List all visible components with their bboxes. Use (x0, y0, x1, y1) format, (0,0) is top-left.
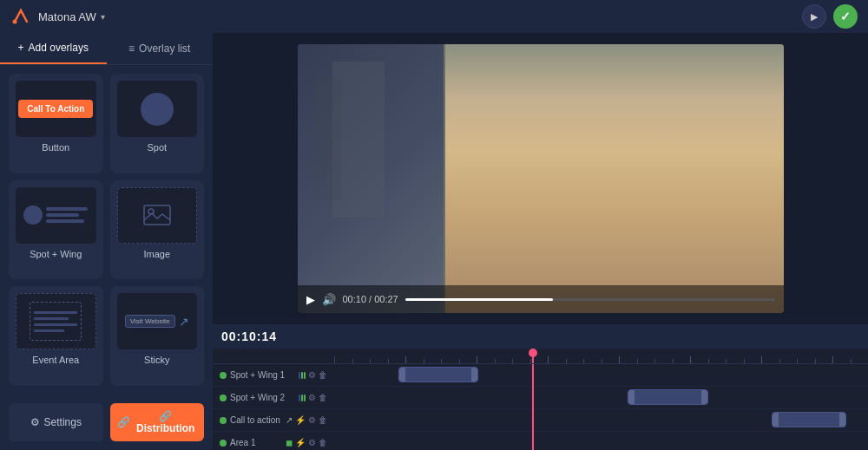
overlay-button[interactable]: Call To Action Button (9, 74, 103, 173)
tab-overlay-list[interactable]: ≡ Overlay list (107, 33, 214, 64)
brand-name: Matona AW (38, 10, 96, 23)
track-icons: ↗ ⚡ ⚙ 🗑 (286, 415, 327, 425)
distribution-label: 🔗 Distribution (135, 410, 198, 434)
tab-add-overlays[interactable]: + Add overlays (0, 33, 107, 64)
track-area-3 (334, 409, 868, 431)
video-progress-fill (405, 298, 553, 301)
track-area-2 (334, 387, 868, 408)
track-label-area-1: Area 1 ◼ ⚡ ⚙ 🗑 (213, 438, 334, 447)
plus-icon: + (18, 42, 24, 54)
track-active-icon[interactable]: ⚡ (295, 438, 306, 447)
video-container: ▶ 🔊 00:10 / 00:27 (213, 33, 868, 324)
track-row-spot-wing-2: Spot + Wing 2 ⚙ 🗑 (213, 387, 868, 409)
track-settings-icon[interactable]: ⚙ (308, 370, 316, 380)
list-icon: ≡ (128, 42, 135, 55)
track-row-spot-wing-1: Spot + Wing 1 ⚙ 🗑 (213, 364, 868, 387)
overlay-spot-wing-label: Spot + Wing (30, 249, 82, 259)
overlays-grid: Call To Action Button Spot (0, 65, 213, 395)
video-volume-button[interactable]: 🔊 (322, 293, 336, 306)
track-name: Call to action (230, 415, 280, 425)
overlay-image-label: Image (143, 249, 170, 259)
track-row-area-1: Area 1 ◼ ⚡ ⚙ 🗑 (213, 432, 868, 450)
ruler-playhead (532, 349, 534, 363)
svg-rect-1 (144, 205, 170, 225)
video-progress-bar[interactable] (405, 298, 775, 301)
overlay-event-area-label: Event Area (32, 355, 79, 365)
track-bars (299, 372, 306, 379)
track-delete-icon[interactable]: 🗑 (319, 415, 327, 425)
track-bars (299, 395, 306, 401)
settings-label: Settings (44, 416, 82, 428)
video-subject (444, 44, 784, 313)
track-clip-3[interactable] (772, 412, 846, 427)
track-settings-icon[interactable]: ⚙ (308, 438, 316, 447)
confirm-button[interactable]: ✓ (833, 4, 858, 29)
ruler-ticks (334, 349, 868, 363)
track-settings-icon[interactable]: ⚙ (308, 415, 316, 425)
track-settings-icon[interactable]: ⚙ (308, 393, 316, 402)
track-name: Spot + Wing 1 (230, 370, 285, 380)
video-time-display: 00:10 / 00:27 (343, 294, 398, 304)
right-area: ▶ 🔊 00:10 / 00:27 00:10:14 (213, 33, 868, 450)
main-area: + Add overlays ≡ Overlay list Call To Ac… (0, 33, 868, 450)
timeline-ruler (213, 349, 868, 364)
track-icons: ⚙ 🗑 (299, 370, 327, 380)
logo-icon (10, 6, 31, 27)
link-icon: 🔗 (117, 416, 130, 428)
track-indicator (220, 372, 227, 379)
track-row-call-to-action: Call to action ↗ ⚡ ⚙ 🗑 (213, 409, 868, 432)
panel-tabs: + Add overlays ≡ Overlay list (0, 33, 213, 65)
playhead-marker (529, 349, 537, 357)
play-icon: ▶ (811, 11, 818, 23)
track-indicator-icon: ◼ (286, 438, 293, 447)
overlay-sticky-label: Sticky (144, 355, 169, 365)
track-delete-icon[interactable]: 🗑 (319, 438, 327, 447)
spot-wing-preview (23, 205, 88, 225)
overlay-event-area[interactable]: Event Area (9, 286, 103, 386)
bottom-buttons: ⚙ Settings 🔗 🔗 Distribution (0, 395, 213, 450)
overlay-spot[interactable]: Spot (110, 74, 205, 173)
track-area-1 (334, 364, 868, 386)
preview-play-button[interactable]: ▶ (802, 4, 826, 29)
sticky-preview: Visit Website ↗ (125, 315, 189, 329)
overlay-spot-wing[interactable]: Spot + Wing (9, 180, 103, 280)
track-delete-icon[interactable]: 🗑 (319, 370, 327, 380)
topbar-right: ▶ ✓ (802, 4, 858, 29)
spot-circle-preview (141, 93, 174, 126)
check-icon: ✓ (840, 10, 851, 23)
track-label-call-to-action: Call to action ↗ ⚡ ⚙ 🗑 (213, 415, 334, 425)
track-indicator (220, 395, 227, 401)
track-delete-icon[interactable]: 🗑 (319, 393, 327, 402)
video-wrapper: ▶ 🔊 00:10 / 00:27 (298, 44, 784, 313)
video-frame (298, 44, 784, 313)
timecode-display: 00:10:14 (221, 329, 277, 343)
track-active-icon[interactable]: ⚡ (295, 415, 306, 425)
image-preview-icon (143, 205, 171, 225)
brand-dropdown[interactable]: Matona AW ▾ (38, 10, 105, 23)
gear-icon: ⚙ (30, 416, 40, 428)
track-indicator (220, 417, 227, 424)
overlay-button-label: Button (42, 142, 69, 153)
track-animate-icon[interactable]: ↗ (286, 415, 293, 425)
track-label-spot-wing-2: Spot + Wing 2 ⚙ 🗑 (213, 393, 334, 402)
track-clip-1[interactable] (398, 367, 478, 382)
track-label-spot-wing-1: Spot + Wing 1 ⚙ 🗑 (213, 370, 334, 380)
left-panel: + Add overlays ≡ Overlay list Call To Ac… (0, 33, 213, 450)
svg-point-0 (13, 20, 17, 24)
timeline-area: 00:10:14 (213, 324, 868, 450)
track-icons: ◼ ⚡ ⚙ 🗑 (286, 438, 327, 447)
cta-preview: Call To Action (18, 100, 93, 118)
track-name: Area 1 (230, 438, 255, 447)
overlay-sticky[interactable]: Visit Website ↗ Sticky (110, 286, 205, 386)
track-clip-2[interactable] (628, 389, 707, 405)
topbar: Matona AW ▾ ▶ ✓ (0, 0, 868, 33)
distribution-button[interactable]: 🔗 🔗 Distribution (110, 403, 205, 441)
track-indicator (220, 440, 227, 447)
overlay-image[interactable]: Image (110, 180, 205, 280)
timeline-tracks: Spot + Wing 1 ⚙ 🗑 (213, 364, 868, 450)
settings-button[interactable]: ⚙ Settings (9, 403, 103, 441)
topbar-left: Matona AW ▾ (10, 6, 105, 27)
track-name: Spot + Wing 2 (230, 393, 285, 402)
video-play-button[interactable]: ▶ (306, 293, 315, 306)
overlay-spot-label: Spot (147, 142, 167, 153)
